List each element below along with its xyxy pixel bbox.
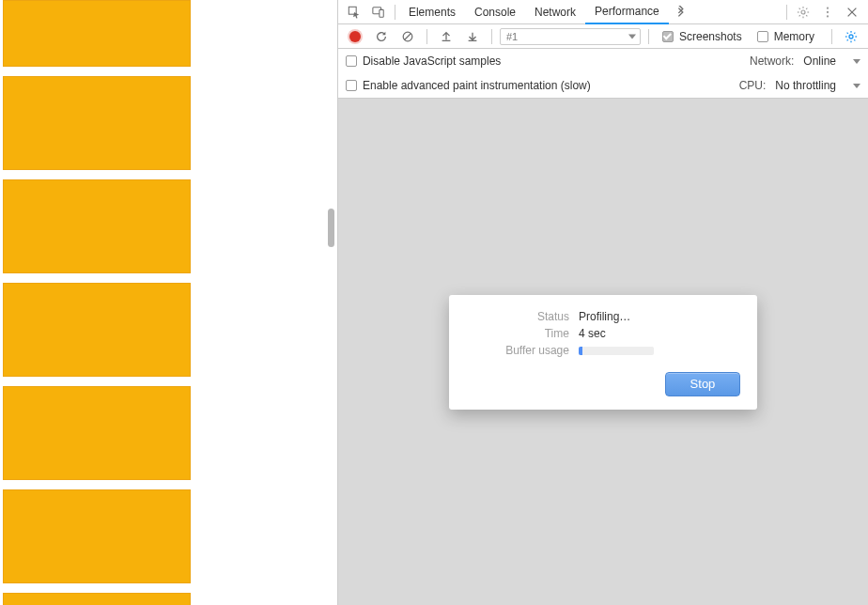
chevron-down-icon xyxy=(628,34,636,39)
svg-point-14 xyxy=(827,15,829,17)
checkbox-icon xyxy=(346,55,357,67)
page-card xyxy=(3,283,191,377)
cpu-throttle-select[interactable]: No throttling xyxy=(775,79,860,92)
chevron-down-icon xyxy=(853,84,860,88)
stop-button[interactable]: Stop xyxy=(665,372,740,396)
checkbox-icon xyxy=(757,31,768,42)
status-label: Status xyxy=(466,310,579,323)
memory-label: Memory xyxy=(774,30,814,43)
clear-button[interactable] xyxy=(396,25,419,48)
page-scrollbar[interactable] xyxy=(328,209,334,247)
network-throttle-select[interactable]: Online xyxy=(803,54,860,68)
svg-point-3 xyxy=(801,9,805,13)
capture-settings: Disable JavaScript samples Network: Onli… xyxy=(338,49,868,99)
checkbox-icon xyxy=(346,80,357,91)
svg-line-27 xyxy=(854,39,855,40)
advanced-paint-label: Enable advanced paint instrumentation (s… xyxy=(363,79,591,92)
svg-point-13 xyxy=(827,10,829,12)
svg-line-10 xyxy=(799,15,800,16)
recording-select[interactable]: #1 xyxy=(500,28,641,45)
svg-point-12 xyxy=(827,7,829,8)
performance-body: Status Profiling… Time 4 sec Buffer usag… xyxy=(338,99,868,605)
profiling-modal: Status Profiling… Time 4 sec Buffer usag… xyxy=(449,295,757,410)
buffer-label: Buffer usage xyxy=(466,344,579,357)
page-card xyxy=(3,76,191,170)
capture-settings-gear-icon[interactable] xyxy=(840,25,862,48)
page-card xyxy=(3,386,191,480)
page-content xyxy=(0,0,337,605)
tab-network[interactable]: Network xyxy=(525,0,585,24)
page-card xyxy=(3,593,191,605)
record-icon xyxy=(349,31,361,42)
record-button[interactable] xyxy=(344,25,366,48)
load-profile-button[interactable] xyxy=(435,25,457,48)
svg-line-28 xyxy=(847,39,848,40)
tab-console[interactable]: Console xyxy=(465,0,525,24)
inspect-element-icon[interactable] xyxy=(342,1,366,23)
svg-line-9 xyxy=(806,15,807,16)
page-card xyxy=(3,179,191,273)
advanced-paint-checkbox[interactable]: Enable advanced paint instrumentation (s… xyxy=(346,79,597,92)
time-value: 4 sec xyxy=(579,327,740,340)
more-tabs-icon[interactable] xyxy=(669,1,693,23)
tab-elements[interactable]: Elements xyxy=(399,0,465,24)
stop-button-label: Stop xyxy=(690,377,716,391)
tab-performance[interactable]: Performance xyxy=(585,0,669,24)
svg-line-29 xyxy=(854,32,855,33)
memory-checkbox[interactable]: Memory xyxy=(752,30,820,43)
rendered-page[interactable] xyxy=(0,0,337,605)
buffer-usage-bar xyxy=(579,347,654,355)
checkbox-icon xyxy=(662,31,674,42)
cpu-throttle-value: No throttling xyxy=(775,79,836,92)
screenshots-label: Screenshots xyxy=(679,30,742,43)
svg-line-8 xyxy=(799,8,800,8)
svg-line-26 xyxy=(847,32,848,33)
svg-line-18 xyxy=(404,33,411,39)
page-card xyxy=(3,0,191,67)
separator xyxy=(786,5,787,20)
tabs: Elements Console Network Performance xyxy=(399,0,669,24)
svg-point-21 xyxy=(849,34,853,38)
recording-select-value: #1 xyxy=(506,31,518,42)
separator xyxy=(648,29,649,44)
performance-toolbar: #1 Screenshots Memory xyxy=(338,24,868,49)
svg-rect-2 xyxy=(380,9,383,17)
settings-gear-icon[interactable] xyxy=(791,1,815,23)
disable-js-samples-label: Disable JavaScript samples xyxy=(363,54,501,68)
separator xyxy=(426,29,427,44)
close-devtools-icon[interactable] xyxy=(840,1,864,23)
reload-record-button[interactable] xyxy=(370,25,393,48)
network-label: Network: xyxy=(750,54,794,68)
buffer-usage-fill xyxy=(579,347,582,355)
time-label: Time xyxy=(466,327,579,340)
separator xyxy=(491,29,492,44)
network-throttle-value: Online xyxy=(803,54,836,68)
devtools-panel: Elements Console Network Performance xyxy=(337,0,868,605)
status-value: Profiling… xyxy=(579,310,740,323)
chevron-down-icon xyxy=(853,59,860,64)
kebab-menu-icon[interactable] xyxy=(815,1,840,23)
save-profile-button[interactable] xyxy=(461,25,484,48)
devtools-tabstrip: Elements Console Network Performance xyxy=(338,0,868,24)
page-card xyxy=(3,489,191,583)
cpu-label: CPU: xyxy=(739,79,767,92)
device-toggle-icon[interactable] xyxy=(366,1,391,23)
disable-js-samples-checkbox[interactable]: Disable JavaScript samples xyxy=(346,54,506,68)
separator xyxy=(831,29,832,44)
svg-line-11 xyxy=(806,8,807,8)
screenshots-checkbox[interactable]: Screenshots xyxy=(657,30,748,43)
separator xyxy=(395,5,395,20)
